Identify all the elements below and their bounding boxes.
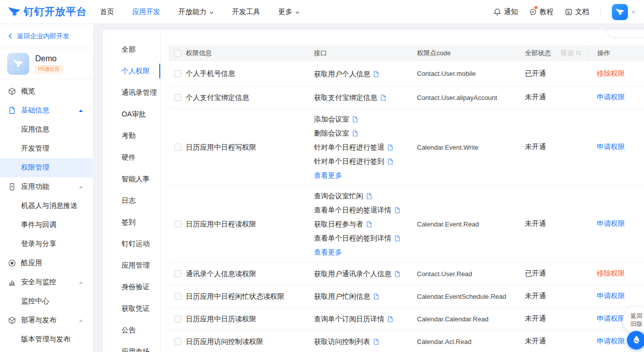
sidebar-item-11[interactable]: 安全与监控 [0,273,93,292]
docs-link[interactable]: 文档 [565,8,589,17]
user-menu[interactable] [612,4,636,20]
api-item: 针对单个日程进行签到 [314,154,417,168]
api-doc-icon[interactable] [366,221,372,227]
chevron-up-icon [79,319,83,322]
back-to-internal-dev-link[interactable]: 返回企业内部开发 [0,24,93,48]
category-item-2[interactable]: 个人权限 [103,60,160,82]
remove-permission-link[interactable]: 移除权限 [597,269,625,277]
filter-button[interactable]: 筛选 [561,49,582,58]
row-checkbox[interactable] [174,70,181,77]
row-checkbox[interactable] [174,94,181,101]
category-item-13[interactable]: 获取凭证 [103,298,160,319]
content-panel: 全部个人权限通讯录管理OA审批考勤硬件智能人事日志签到钉钉运动应用管理身份验证获… [103,30,644,352]
table-header: 权限信息 接口 权限点code 全部状态 筛选 操作 [169,45,644,61]
topnav-item-label: 更多 [278,8,292,17]
sidebar-item-13[interactable]: 部署与发布 [0,311,93,330]
category-item-10[interactable]: 钉钉运动 [103,233,160,255]
api-doc-icon[interactable] [366,193,372,199]
table-row-4: 日历应用中日程读权限查询会议室忙闲查看单个日程的签退详情获取日程参与者查看单个日… [169,186,644,263]
apply-permission-link[interactable]: 申请权限 [597,143,625,151]
topnav-item-2[interactable]: 应用开发 [132,8,160,17]
row-checkbox[interactable] [174,293,181,300]
api-item: 获取用户通讯录个人信息 [314,267,417,281]
category-label: 通讯录管理 [122,88,157,97]
api-doc-icon[interactable] [352,116,358,123]
sidebar-item-9[interactable]: 登录与分享 [0,234,93,254]
sidebar-item-7[interactable]: 机器人与消息推送 [0,196,93,215]
api-doc-icon[interactable] [380,94,386,101]
dingtalk-logo[interactable]: 钉钉开放平台 [7,5,87,19]
apply-permission-link[interactable]: 申请权限 [597,314,625,322]
table-row-7: 日历应用中日历读权限查询单个订阅日历详情Calendar.Calendar.Re… [169,308,644,330]
category-item-14[interactable]: 公告 [103,319,160,341]
category-item-15[interactable]: 应用市场 [103,341,160,352]
sidebar-item-6[interactable]: 应用功能 [0,177,93,196]
permission-code: Contact.User.Read [417,270,525,278]
col-header-permission: 权限信息 [186,45,314,61]
row-checkbox[interactable] [174,144,181,151]
chevron-left-icon [8,33,13,39]
topnav-item-4[interactable]: 开发工具 [232,8,260,17]
category-item-6[interactable]: 硬件 [103,147,160,168]
col-header-api: 接口 [314,45,417,61]
app-avatar-icon [7,53,29,75]
api-label: 获取用户忙闲信息 [314,289,370,303]
category-item-1[interactable]: 全部 [103,39,160,60]
sidebar-item-1[interactable]: 概览 [0,82,93,101]
sidebar-item-8[interactable]: 事件与回调 [0,215,93,234]
row-checkbox-cell [169,270,186,277]
api-doc-icon[interactable] [394,207,400,213]
category-item-5[interactable]: 考勤 [103,125,160,147]
col-header-code: 权限点code [417,45,525,61]
api-doc-icon[interactable] [352,130,358,137]
category-item-11[interactable]: 应用管理 [103,255,160,276]
apply-permission-link[interactable]: 申请权限 [597,292,625,300]
apply-permission-link[interactable]: 申请权限 [597,219,625,227]
select-all-checkbox[interactable] [174,50,181,57]
api-doc-icon[interactable] [394,235,400,242]
topnav-item-3[interactable]: 开放能力 [178,8,214,17]
api-doc-icon[interactable] [373,293,379,300]
api-doc-icon[interactable] [387,144,393,151]
sidebar-item-4[interactable]: 开发管理 [0,139,93,158]
view-more-link[interactable]: 查看更多 [314,168,342,182]
tutorial-link[interactable]: 教程 [529,8,554,17]
api-doc-icon[interactable] [394,271,400,277]
api-label: 添加会议室 [314,112,349,126]
api-label: 获取用户通讯录个人信息 [314,267,391,281]
sidebar-item-12[interactable]: 监控中心 [0,292,93,311]
api-doc-icon[interactable] [373,71,379,77]
apply-permission-link[interactable]: 申请权限 [597,93,625,101]
category-item-7[interactable]: 智能人事 [103,168,160,190]
category-item-4[interactable]: OA审批 [103,103,160,125]
customer-service-button[interactable] [627,331,644,349]
sidebar-item-14[interactable]: 版本管理与发布 [0,330,93,349]
apply-permission-link[interactable]: 申请权限 [597,337,625,345]
row-checkbox[interactable] [174,220,181,227]
row-checkbox-cell [169,293,186,300]
row-checkbox-cell [169,315,186,322]
row-checkbox[interactable] [174,315,181,322]
row-checkbox[interactable] [174,338,181,345]
api-cell: 获取支付宝绑定信息 [314,90,417,104]
sidebar-item-2[interactable]: 基础信息 [0,101,93,120]
sidebar-item-10[interactable]: 酷应用 [0,254,93,273]
category-item-9[interactable]: 签到 [103,211,160,233]
partial-button[interactable] [607,30,644,38]
api-doc-icon[interactable] [373,338,379,345]
sidebar-item-3[interactable]: 应用信息 [0,120,93,139]
api-doc-icon[interactable] [387,158,393,165]
notifications-link[interactable]: 通知 [493,8,518,17]
topnav-item-1[interactable]: 首页 [100,8,114,17]
sidebar-item-5[interactable]: 权限管理 [0,158,93,177]
category-label: 智能人事 [122,175,150,184]
category-label: 应用市场 [122,347,150,352]
topnav-item-5[interactable]: 更多 [278,8,300,17]
view-more-link[interactable]: 查看更多 [314,245,342,259]
category-item-3[interactable]: 通讯录管理 [103,82,160,103]
remove-permission-link[interactable]: 移除权限 [597,69,625,77]
api-doc-icon[interactable] [387,316,393,322]
row-checkbox[interactable] [174,270,181,277]
category-item-8[interactable]: 日志 [103,190,160,211]
category-item-12[interactable]: 身份验证 [103,276,160,298]
